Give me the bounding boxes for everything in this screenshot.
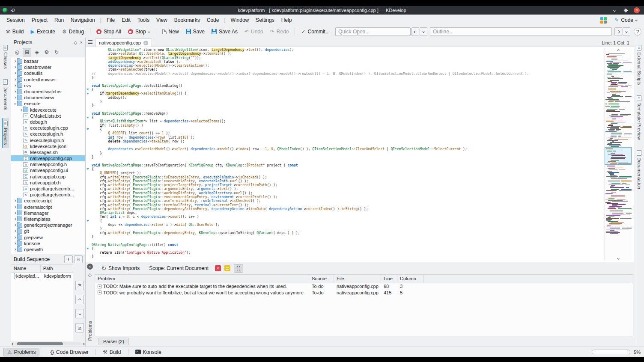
menu-help[interactable]: Help: [278, 16, 295, 24]
tree-item-codeutils[interactable]: codeutils: [11, 70, 85, 76]
column-header-path[interactable]: Path: [41, 265, 73, 272]
nav-back-dropdown[interactable]: [420, 27, 427, 36]
tree-item-cvs[interactable]: cvs: [11, 83, 85, 89]
statusbar-toggle-konsole[interactable]: >_Konsole: [132, 348, 165, 356]
code-area[interactable]: QListWidgetItem* item = new QListWidgetI…: [86, 47, 602, 262]
sidebar-tab-classes[interactable]: Classes: [2, 42, 9, 72]
menu-settings[interactable]: Settings: [253, 16, 277, 24]
float-panel-icon[interactable]: ◇: [74, 40, 77, 45]
move-up-button[interactable]: [75, 295, 84, 304]
undo-button[interactable]: ↶Undo: [242, 27, 266, 36]
tree-expander-icon[interactable]: [13, 200, 17, 202]
scroll-right-icon[interactable]: [82, 343, 85, 345]
nav-back-button[interactable]: [411, 27, 419, 36]
remove-sequence-button[interactable]: ⊖: [74, 255, 83, 263]
problem-row[interactable]: +TODO: we probably want to flexibilize, …: [95, 290, 633, 296]
area-switcher-icon[interactable]: [600, 17, 607, 24]
tree-expander-icon[interactable]: [13, 97, 17, 98]
float-panel-icon[interactable]: ◇: [88, 272, 92, 278]
scroll-up-icon[interactable]: [605, 48, 632, 53]
close-window-button[interactable]: ×: [634, 7, 640, 13]
column-header-line[interactable]: Line: [381, 275, 397, 283]
tree-expander-icon[interactable]: [13, 66, 17, 68]
tree-item-git[interactable]: git: [11, 228, 85, 234]
parser-tab[interactable]: Parser (2): [98, 338, 129, 345]
tree-expander-icon[interactable]: [13, 212, 17, 214]
menu-tools[interactable]: Tools: [134, 16, 152, 24]
move-bottom-button[interactable]: [75, 323, 84, 332]
menu-edit[interactable]: Edit: [119, 16, 134, 24]
execute-button[interactable]: ▶Execute: [27, 27, 58, 36]
gear-icon[interactable]: ⚙: [42, 48, 51, 56]
tree-item-cmakelists-txt[interactable]: ≡CMakeLists.txt: [11, 113, 85, 119]
tree-expander-icon[interactable]: [13, 218, 17, 220]
tree-expander-icon[interactable]: [13, 91, 17, 92]
save-button[interactable]: Save: [183, 27, 208, 36]
document-list-icon[interactable]: [86, 38, 95, 47]
tree-item-nativeappconfig-h[interactable]: hnativeappconfig.h: [11, 161, 85, 167]
tree-expander-icon[interactable]: [13, 237, 17, 238]
tree-item-executescript[interactable]: executescript: [11, 198, 85, 204]
locate-document-icon[interactable]: ◎: [13, 48, 21, 56]
tree-item-execute[interactable]: execute: [11, 101, 85, 107]
scroll-left-icon[interactable]: [12, 343, 14, 345]
sidebar-tab-projects[interactable]: Projects: [2, 118, 9, 148]
statusbar-toggle-code-browser[interactable]: {}Code Browser: [47, 348, 92, 356]
fold-marker-icon[interactable]: [86, 220, 89, 222]
menu-session[interactable]: Session: [3, 16, 28, 24]
menu-project[interactable]: Project: [29, 16, 51, 24]
tree-item-documentview[interactable]: documentview: [11, 95, 85, 101]
add-sequence-button[interactable]: +: [64, 255, 73, 263]
quick-open-input[interactable]: [335, 27, 411, 36]
column-header-problem[interactable]: Problem: [95, 275, 309, 283]
tree-item-classbrowser[interactable]: classbrowser: [11, 64, 85, 70]
tree-item-openwith[interactable]: openwith: [11, 246, 85, 252]
tree-expander-icon[interactable]: [13, 103, 17, 104]
menu-bookmarks[interactable]: Bookmarks: [171, 16, 203, 24]
editor-tab-active[interactable]: nativeappconfig.cpp ×: [95, 39, 152, 47]
menu-run[interactable]: Run: [51, 16, 67, 24]
menu-file[interactable]: File: [104, 16, 118, 24]
fold-marker-icon[interactable]: [86, 128, 89, 130]
maximize-button[interactable]: [623, 7, 629, 13]
grid-view-icon[interactable]: ⊞: [23, 48, 31, 56]
menu-window[interactable]: Window: [228, 16, 252, 24]
show-imports-button[interactable]: ↻ Show Imports: [98, 264, 143, 273]
sidebar-tab-documents[interactable]: Documents: [2, 76, 9, 113]
tree-expander-icon[interactable]: [13, 230, 17, 232]
fold-marker-icon[interactable]: [86, 93, 89, 95]
fold-marker-icon[interactable]: [86, 89, 89, 90]
tree-expander-icon[interactable]: [13, 206, 17, 208]
show-errors-button[interactable]: ×: [215, 265, 221, 271]
build-sequence-row[interactable]: kdevplatf...kdevplatform: [11, 273, 73, 279]
fold-marker-icon[interactable]: [86, 168, 89, 170]
tree-item-nativeappconfig-cpp[interactable]: Cnativeappconfig.cpp: [11, 155, 85, 161]
tree-item-konsole[interactable]: konsole: [11, 240, 85, 246]
tree-item-contextbrowser[interactable]: contextbrowser: [11, 77, 85, 83]
show-warnings-button[interactable]: [224, 265, 230, 271]
tree-expander-icon[interactable]: [13, 85, 17, 86]
move-top-button[interactable]: [75, 281, 84, 290]
pin-icon[interactable]: [11, 8, 15, 12]
tree-item-filemanager[interactable]: filemanager: [11, 210, 85, 216]
tree-item-iexecuteplugin-h[interactable]: hiexecuteplugin.h: [11, 137, 85, 143]
minimize-button[interactable]: [611, 7, 617, 13]
tree-item-nativeappjob-cpp[interactable]: Cnativeappjob.cpp: [11, 174, 85, 180]
tree-item-kdevexecute[interactable]: kdevexecute: [11, 107, 85, 113]
tree-expander-icon[interactable]: [13, 72, 17, 74]
sidebar-tab-documentation[interactable]: Documentation: [636, 147, 643, 192]
nav-forward-dropdown[interactable]: [623, 27, 630, 36]
tree-item-projecttargetscomb[interactable]: hprojecttargetscomb...: [11, 192, 85, 198]
tree-item-nativeappjob-h[interactable]: hnativeappjob.h: [11, 180, 85, 186]
stop-button[interactable]: Stop: [125, 27, 153, 36]
close-panel-icon[interactable]: ×: [87, 264, 93, 270]
expand-icon[interactable]: +: [98, 285, 101, 288]
expand-icon[interactable]: +: [98, 291, 101, 294]
close-tab-icon[interactable]: ×: [143, 41, 148, 45]
scrollbar-thumb[interactable]: [17, 342, 63, 345]
redo-button[interactable]: ↷Redo: [267, 27, 292, 36]
scroll-down-icon[interactable]: [605, 256, 632, 261]
tree-expander-icon[interactable]: [13, 79, 17, 80]
tree-expander-icon[interactable]: [13, 60, 17, 62]
menu-navigation[interactable]: Navigation: [68, 16, 98, 24]
